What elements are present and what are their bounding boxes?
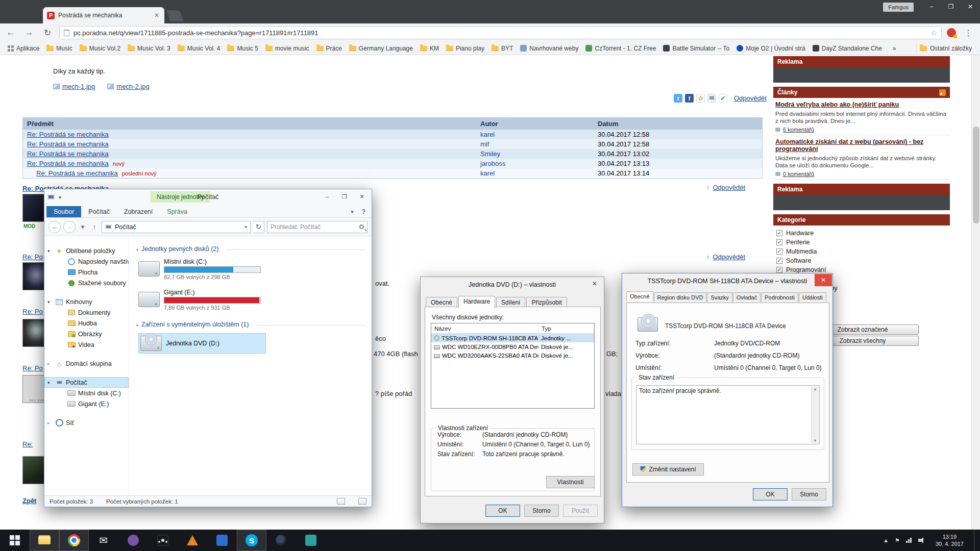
twitter-icon[interactable]: t [674,94,682,103]
taskbar-app-icon[interactable] [89,530,118,551]
ok-button[interactable]: OK [485,505,520,517]
ad-banner[interactable] [773,67,950,83]
category-checkbox[interactable]: ✓ [776,267,782,273]
taskbar-app-icon[interactable] [118,530,148,551]
back-icon[interactable]: ← [4,28,17,38]
forward-icon[interactable]: → [63,221,76,233]
nav-item[interactable]: Místní disk (C:) [44,388,129,398]
volume-icon[interactable] [918,537,925,543]
address-breadcrumb[interactable]: Počítač ▾ [102,221,251,233]
ribbon-tab[interactable]: Soubor [46,206,81,217]
dialog-tab[interactable]: Svazky [707,292,732,302]
category-checkbox[interactable]: ✓ [776,239,782,245]
drive-tools-contextual-tab[interactable]: Nástroje jednotky [151,191,210,203]
profile-badge[interactable]: Famgus [883,3,914,12]
new-tab-button[interactable] [166,10,183,21]
favorite-icon[interactable]: ☆ [696,94,705,103]
nav-item[interactable]: Oblíbené položky [44,245,129,256]
browser-menu-icon[interactable]: ⋮ [961,28,976,38]
nav-item[interactable]: Dokumenty [44,307,129,318]
thumbnails-view-icon[interactable] [358,498,366,505]
ribbon-expand-icon[interactable]: ▾ [347,207,358,217]
other-bookmarks[interactable]: Ostatní záložky [916,44,975,53]
dialog-tab[interactable]: Ovladač [733,292,761,302]
close-icon[interactable]: ✕ [961,0,980,13]
thread-subject-link[interactable]: Re: Postrádá se mechanika [36,169,118,177]
breadcrumb[interactable]: Počítač [115,223,136,231]
close-icon[interactable]: ✕ [586,278,603,290]
dialog-tab[interactable]: Region disku DVD [654,292,707,302]
thread-author-link[interactable]: jaroboss [480,160,505,167]
listview-row[interactable]: WDC WD3200AAKS-22SBA0 ATA Dev... Diskové… [431,351,594,360]
facebook-icon[interactable]: f [685,94,694,103]
bookmark-item[interactable]: Aplikace [5,44,42,53]
reload-icon[interactable]: ↻ [41,28,54,38]
rss-icon[interactable] [939,89,946,96]
nav-item[interactable]: Plocha [44,267,129,278]
dvd-drive-item[interactable]: Jednotka DVD (D:) [138,333,266,354]
nav-item[interactable]: Obrázky [44,329,129,339]
dialog-tab[interactable]: Obecné [626,291,653,301]
drive-item[interactable]: Gigant (E:) 7,89 GB volných z 931 GB [138,286,372,313]
article-title-link[interactable]: Modrá veľryba alebo ako (ne)šíriť paniku [775,101,948,108]
attachment-link[interactable]: mech-2.jpg [107,83,149,90]
apply-button[interactable]: Použít [563,505,598,517]
maximize-icon[interactable]: ❐ [337,191,352,202]
scroll-up-icon[interactable]: ▲ [814,387,817,391]
bookmark-item[interactable]: DayZ Standalone Che [810,44,885,53]
article-comments-link[interactable]: 6 komentářů [775,127,948,133]
bookmark-item[interactable]: Germany Language [347,44,415,53]
attachment-name[interactable]: mech-1.jpg [62,83,95,90]
category-checkbox[interactable]: ✓ [776,258,782,264]
nav-item[interactable]: Hudba [44,318,129,329]
thread-subject-link[interactable]: Re: Postrádá se mechanika [27,150,109,158]
nav-item[interactable]: Stažené soubory [44,278,129,288]
reply-link-2[interactable]: ↑ Odpovědět [706,253,745,261]
back-link[interactable]: Zpět [22,497,36,505]
solved-icon[interactable]: ✓ [719,94,727,103]
taskbar-app-icon[interactable] [296,530,326,551]
drive-item[interactable]: Místní disk (C:) 82,7 GB volných z 298 G… [138,256,372,282]
post-title-fragment[interactable]: Re: Po [22,253,43,261]
cancel-button[interactable]: Storno [524,505,559,517]
expander-icon[interactable] [47,420,53,425]
minimize-icon[interactable]: – [922,0,941,13]
category-checkbox[interactable]: ✓ [776,230,782,236]
category-checkbox[interactable]: ✓ [776,248,782,255]
thread-author-link[interactable]: mif [480,140,489,148]
article-title-link[interactable]: Automatické získání dat z webu (parsován… [775,138,948,153]
browser-tab[interactable]: P Postrádá se mechanika ✕ [43,7,164,23]
post-title-fragment[interactable]: Re: Po [22,308,43,315]
thread-author-link[interactable]: karel [480,131,495,138]
post-title-fragment[interactable]: Re: [22,440,33,448]
dialog-tab[interactable]: Podrobnosti [761,292,798,302]
minimize-icon[interactable]: – [320,191,335,202]
taskbar-app-icon[interactable] [30,530,59,551]
bookmark-item[interactable]: KM [418,44,442,53]
thread-author-link[interactable]: karel [480,169,495,177]
scrollbar-thumb[interactable] [973,127,979,223]
bookmark-item[interactable]: Piano play [444,44,487,53]
ribbon-tab[interactable]: Počítač [81,206,117,217]
scrollbar-arrows[interactable]: ▲ ▼ [811,386,819,443]
dialog-tab[interactable]: Události [799,292,826,302]
tab-close-icon[interactable]: ✕ [153,12,160,19]
bookmark-star-icon[interactable]: ☆ [930,29,937,37]
url-text[interactable]: pc.poradna.net/q/view/1711885-postrada-s… [74,29,926,37]
bookmark-item[interactable]: movie music [263,44,312,53]
reply-top-link[interactable]: ↑ Odpovědět [706,184,745,191]
listview-row[interactable]: TSSTcorp DVD-ROM SH-118CB ATA ... Jednot… [431,334,594,342]
close-icon[interactable]: ✕ [815,274,832,286]
bookmark-item[interactable]: Battle Simulator -- To [660,44,732,53]
qat-customize-icon[interactable]: ▾ [59,194,61,200]
scroll-down-icon[interactable]: ▼ [814,439,817,442]
group-header[interactable]: ▴ Zařízení s vyměnitelným úložištěm (1) [136,319,372,330]
up-icon[interactable]: ↑ [90,221,99,233]
maximize-icon[interactable]: ❐ [941,0,961,13]
nav-item[interactable]: Domácí skupina [44,358,129,369]
tray-expand-icon[interactable]: ▲ [883,537,889,543]
expander-icon[interactable] [47,299,53,305]
post-title-fragment[interactable]: Re: Po [22,364,43,372]
nav-item[interactable]: Knihovny [44,296,129,307]
bookmark-item[interactable]: Music [44,44,75,53]
